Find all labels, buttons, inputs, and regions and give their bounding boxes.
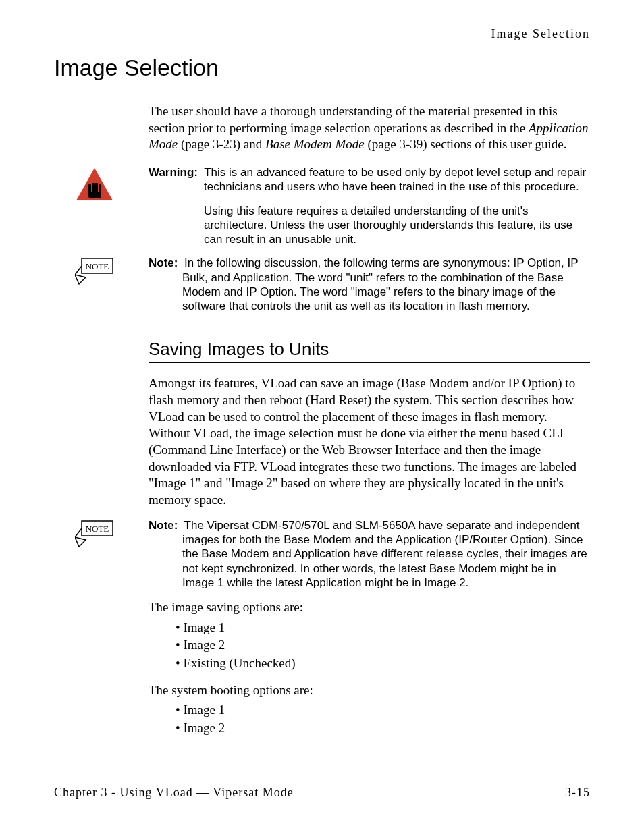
svg-rect-2 [92,183,95,194]
svg-rect-3 [95,183,98,194]
page-title: Image Selection [54,55,590,84]
link-base-modem-mode[interactable]: Base Modem Mode [265,137,365,151]
note-callout-1: Note: In the following discussion, the f… [149,256,590,313]
list-item: Image 1 [176,701,590,719]
list-item: Existing (Unchecked) [176,655,590,673]
note1-label: Note: [149,256,178,269]
boot-options-lead: The system booting options are: [149,682,590,699]
note2-label: Note: [149,519,178,532]
saving-paragraph: Amongst its features, VLoad can save an … [149,375,590,509]
svg-line-8 [75,266,82,275]
warning-icon [54,167,135,203]
svg-text:NOTE: NOTE [86,524,109,534]
list-item: Image 2 [176,636,590,655]
note1-text: In the following discussion, the followi… [182,256,578,312]
warning-callout: Warning: This is an advanced feature to … [149,165,590,246]
note2-text: The Vipersat CDM-570/570L and SLM-5650A … [182,519,587,589]
page-footer: Chapter 3 - Using VLoad — Vipersat Mode … [54,785,590,800]
subsection-title: Saving Images to Units [149,339,590,363]
boot-options-list: Image 1 Image 2 [176,701,590,737]
intro-paragraph: The user should have a thorough understa… [149,103,590,153]
saving-options-lead: The image saving options are: [149,599,590,616]
note-icon: NOTE [54,520,135,548]
intro-link1-page: (page 3-23) and [178,137,265,151]
svg-marker-9 [75,275,86,284]
saving-options-list: Image 1 Image 2 Existing (Unchecked) [176,619,590,673]
intro-link2-page: (page 3-39) sections of this user guide. [365,137,567,151]
note-callout-2: Note: The Vipersat CDM-570/570L and SLM-… [149,518,590,590]
note-icon: NOTE [54,257,135,285]
list-item: Image 2 [176,719,590,738]
running-header: Image Selection [54,27,590,41]
svg-rect-1 [88,184,91,194]
svg-line-12 [75,528,82,537]
warning-label: Warning: [149,166,198,179]
warning-text-1: This is an advanced feature to be used o… [204,166,586,193]
intro-text-pre: The user should have a thorough understa… [149,104,558,135]
list-item: Image 1 [176,619,590,637]
footer-page-number: 3-15 [565,785,590,800]
svg-rect-4 [99,184,101,194]
svg-marker-13 [75,537,86,547]
footer-chapter: Chapter 3 - Using VLoad — Vipersat Mode [54,785,294,800]
svg-text:NOTE: NOTE [86,261,109,271]
warning-text-2: Using this feature requires a detailed u… [149,204,590,247]
svg-rect-5 [88,192,101,198]
